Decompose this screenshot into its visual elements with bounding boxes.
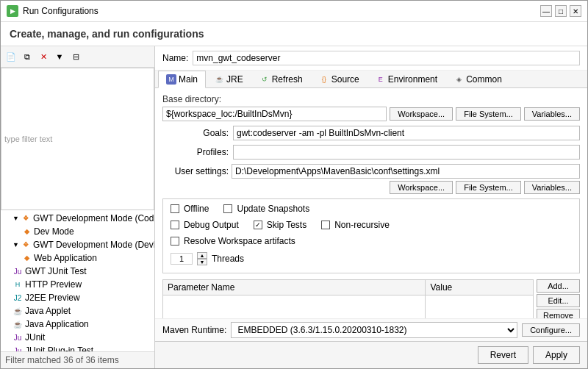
goals-row: Goals: [162, 126, 580, 140]
offline-group: Offline [171, 204, 209, 214]
name-label: Name: [162, 53, 188, 63]
left-footer: Filter matched 36 of 36 items [1, 351, 154, 368]
tree-item-http-preview[interactable]: H HTTP Preview [1, 278, 154, 291]
refresh-tab-icon: ↺ [259, 74, 270, 85]
threads-up[interactable]: ▲ [197, 252, 207, 259]
delete-button[interactable]: ✕ [36, 49, 51, 64]
tab-common[interactable]: ◈ Common [445, 71, 510, 87]
title-bar: ▶ Run Configurations — □ ✕ [1, 1, 587, 22]
param-col-value: Value [426, 280, 534, 295]
tab-env-label: Environment [388, 74, 437, 85]
revert-button[interactable]: Revert [478, 346, 528, 364]
tree-label: GWT JUnit Test [25, 266, 87, 276]
filter-status: Filter matched 36 of 36 items [5, 355, 119, 365]
title-bar-left: ▶ Run Configurations [7, 5, 98, 17]
user-settings-section: User settings: Workspace... File System.… [162, 164, 580, 194]
user-settings-input[interactable] [232, 164, 580, 179]
junit-plugin-icon: Ju [12, 345, 23, 351]
tree-item-junit[interactable]: Ju JUnit [1, 331, 154, 344]
tree-item-gwt-junit[interactable]: Ju GWT JUnit Test [1, 265, 154, 278]
non-recursive-label: Non-recursive [334, 220, 390, 230]
resolve-workspace-checkbox[interactable] [171, 237, 179, 246]
add-param-button[interactable]: Add... [537, 279, 580, 293]
tree-item-dev-mode[interactable]: ◆ Dev Mode [1, 225, 154, 238]
tab-jre-label: JRE [226, 74, 243, 85]
main-tab-icon: M [166, 74, 176, 85]
tab-environment[interactable]: E Environment [368, 71, 445, 87]
checkbox-row-3: Resolve Workspace artifacts [171, 236, 572, 249]
left-panel: 📄 ⧉ ✕ ▼ ⊟ ▼ ❖ GWT Development Mode (Code… [1, 46, 155, 368]
tab-jre[interactable]: ☕ JRE [206, 71, 251, 87]
name-input[interactable] [193, 51, 580, 65]
maximize-button[interactable]: □ [555, 5, 567, 17]
update-snapshots-label: Update Snapshots [237, 204, 309, 214]
tree-item-junit-plugin[interactable]: Ju JUnit Plug-in Test [1, 344, 154, 351]
remove-param-button[interactable]: Remove [537, 309, 580, 318]
tree-item-web-app[interactable]: ◆ Web Application [1, 251, 154, 265]
collapse-button[interactable]: ⊟ [68, 49, 83, 64]
filesystem-btn-2[interactable]: File System... [456, 181, 521, 194]
workspace-btn-1[interactable]: Workspace... [390, 107, 453, 121]
tree-label: Web Application [34, 253, 97, 263]
config-tree: ▼ ❖ GWT Development Mode (CodeServ ◆ Dev… [1, 210, 154, 351]
tree-item-java-app[interactable]: ☕ Java Application [1, 318, 154, 331]
runtime-label: Maven Runtime: [162, 325, 226, 335]
base-dir-row: Workspace... File System... Variables... [162, 107, 580, 121]
tab-source-label: Source [331, 74, 359, 85]
tab-common-label: Common [466, 74, 502, 85]
tree-item-j2ee[interactable]: J2 J2EE Preview [1, 291, 154, 304]
apply-button[interactable]: Apply [533, 346, 580, 364]
header-subtitle: Create, manage, and run configurations [10, 28, 543, 40]
filter-button[interactable]: ▼ [52, 49, 67, 64]
j2ee-icon: J2 [12, 293, 23, 303]
env-tab-icon: E [376, 74, 386, 85]
tab-bar: M Main ☕ JRE ↺ Refresh {} Source E Env [155, 71, 587, 88]
http-icon: H [12, 279, 23, 290]
runtime-select[interactable]: EMBEDDED (3.6.3/1.15.0.20200310-1832) [231, 322, 517, 338]
edit-param-button[interactable]: Edit... [537, 294, 580, 307]
variables-btn-1[interactable]: Variables... [524, 107, 580, 121]
tree-item-gwt-dev-codeserv[interactable]: ▼ ❖ GWT Development Mode (CodeServ [1, 212, 154, 225]
variables-btn-2[interactable]: Variables... [524, 181, 580, 194]
workspace-btn-2[interactable]: Workspace... [390, 181, 453, 194]
base-dir-input[interactable] [162, 107, 387, 121]
tree-label: JUnit Plug-in Test [25, 345, 93, 351]
tree-item-gwt-dev-devmode[interactable]: ▼ ❖ GWT Development Mode (DevMode [1, 238, 154, 251]
non-recursive-group: Non-recursive [321, 220, 390, 230]
threads-down[interactable]: ▼ [197, 259, 207, 265]
threads-input[interactable] [171, 253, 193, 265]
skip-tests-checkbox[interactable] [254, 221, 262, 229]
param-side-buttons: Add... Edit... Remove [537, 279, 580, 318]
gwt-child-icon: ◆ [21, 253, 32, 263]
duplicate-button[interactable]: ⧉ [20, 49, 35, 64]
goals-input[interactable] [233, 126, 580, 140]
user-settings-row: User settings: [162, 164, 580, 179]
base-dir-label: Base directory: [162, 94, 580, 104]
tab-main[interactable]: M Main [158, 71, 206, 88]
param-value-cell[interactable] [426, 295, 534, 319]
tab-source[interactable]: {} Source [311, 71, 368, 87]
bottom-bar: Revert Apply [155, 341, 587, 368]
profiles-input[interactable] [233, 145, 580, 160]
filesystem-btn-1[interactable]: File System... [456, 107, 521, 121]
param-col-name: Parameter Name [163, 280, 426, 295]
tree-item-java-applet[interactable]: ☕ Java Applet [1, 304, 154, 318]
debug-output-checkbox[interactable] [171, 221, 179, 229]
non-recursive-checkbox[interactable] [321, 221, 330, 229]
new-config-button[interactable]: 📄 [4, 49, 18, 64]
configure-btn[interactable]: Configure... [522, 323, 580, 337]
minimize-button[interactable]: — [540, 5, 552, 17]
tab-refresh[interactable]: ↺ Refresh [251, 71, 311, 87]
expand-arrow: ▼ [12, 241, 19, 248]
header: Create, manage, and run configurations [1, 22, 587, 46]
run-configurations-window: ▶ Run Configurations — □ ✕ Create, manag… [0, 0, 588, 369]
gwt-icon: ❖ [21, 213, 31, 223]
title-controls: — □ ✕ [540, 5, 581, 17]
offline-checkbox[interactable] [171, 204, 179, 213]
runtime-row: Maven Runtime: EMBEDDED (3.6.3/1.15.0.20… [155, 318, 587, 341]
close-button[interactable]: ✕ [570, 5, 581, 17]
update-snapshots-checkbox[interactable] [223, 204, 232, 213]
filter-input[interactable] [1, 68, 154, 210]
tab-main-label: Main [179, 74, 198, 85]
param-name-cell[interactable] [163, 295, 426, 319]
